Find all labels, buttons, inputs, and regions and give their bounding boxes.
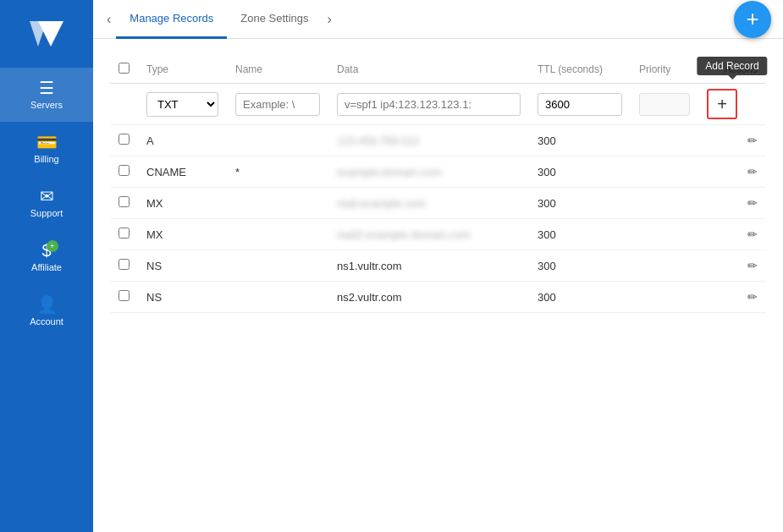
row-ttl-0: 300	[529, 125, 631, 156]
row-ttl-4: 300	[529, 250, 631, 282]
row-priority-2	[631, 188, 698, 219]
sidebar-item-servers[interactable]: ☰ Servers	[0, 68, 93, 122]
row-checkbox-4[interactable]	[119, 259, 130, 270]
row-checkbox-2[interactable]	[119, 196, 130, 207]
add-record-input-row: TXT A AAAA CNAME MX NS SRV	[110, 84, 766, 125]
sidebar-label-billing: Billing	[34, 154, 58, 164]
billing-icon: 💳	[36, 134, 58, 151]
row-ttl-1: 300	[529, 156, 631, 188]
row-priority-4	[631, 250, 698, 282]
header-priority: Priority	[631, 56, 698, 84]
row-checkbox-5[interactable]	[119, 290, 130, 301]
sidebar-label-servers: Servers	[30, 100, 63, 110]
name-input[interactable]	[235, 93, 320, 116]
row-type-4: NS	[138, 250, 227, 282]
table-header-row: Type Name Data TTL (seconds) Priority Ac…	[110, 56, 766, 84]
row-name-1: *	[227, 156, 328, 188]
tab-manage-records[interactable]: Manage Records	[116, 0, 227, 39]
sidebar-label-affiliate: Affiliate	[31, 262, 62, 272]
row-data-5: ns2.vultr.com	[328, 282, 529, 313]
row-checkbox-0[interactable]	[119, 134, 130, 145]
header-data: Data	[328, 56, 529, 84]
row-ttl-2: 300	[529, 188, 631, 219]
row-data-3: mail2.example.domain.com	[328, 219, 529, 250]
sidebar-item-billing[interactable]: 💳 Billing	[0, 122, 93, 176]
records-table-area: Type Name Data TTL (seconds) Priority Ac…	[93, 39, 783, 532]
row-priority-3	[631, 219, 698, 250]
tab-prev-button[interactable]: ‹	[102, 12, 116, 27]
sidebar: ☰ Servers 💳 Billing ✉ Support $ + Affili…	[0, 0, 93, 532]
row-priority-1	[631, 156, 698, 188]
row-name-5	[227, 282, 328, 313]
edit-icon-1[interactable]: ✏	[747, 165, 758, 178]
header-type: Type	[138, 56, 227, 84]
add-record-fab[interactable]: +	[734, 1, 771, 38]
add-record-button[interactable]: +	[707, 89, 737, 119]
row-type-0: A	[138, 125, 227, 156]
row-name-3	[227, 219, 328, 250]
row-data-0: 123.456.789.012	[328, 125, 529, 156]
header-ttl: TTL (seconds)	[529, 56, 631, 84]
row-ttl-3: 300	[529, 219, 631, 250]
table-row: MX mail.example.com 300 ✏	[110, 188, 766, 219]
row-name-4	[227, 250, 328, 282]
row-name-0	[227, 125, 328, 156]
account-icon: 👤	[36, 296, 58, 313]
header-checkbox-cell	[110, 56, 138, 84]
table-row: A 123.456.789.012 300 ✏	[110, 125, 766, 156]
servers-icon: ☰	[39, 80, 54, 96]
add-record-tooltip: Add Record	[697, 57, 767, 75]
support-icon: ✉	[40, 188, 54, 205]
row-ttl-5: 300	[529, 282, 631, 313]
affiliate-badge: +	[47, 240, 58, 252]
sidebar-label-account: Account	[30, 316, 63, 326]
header-name: Name	[227, 56, 328, 84]
ttl-input[interactable]	[538, 93, 622, 116]
edit-icon-2[interactable]: ✏	[747, 196, 758, 210]
priority-input[interactable]	[639, 93, 690, 116]
row-data-2: mail.example.com	[328, 188, 529, 219]
edit-icon-0[interactable]: ✏	[747, 134, 758, 147]
row-priority-5	[631, 282, 698, 313]
row-priority-0	[631, 125, 698, 156]
select-all-checkbox[interactable]	[119, 63, 130, 74]
sidebar-item-affiliate[interactable]: $ + Affiliate	[0, 230, 93, 284]
row-checkbox-1[interactable]	[119, 165, 130, 176]
edit-icon-3[interactable]: ✏	[747, 228, 758, 241]
logo	[21, 8, 72, 59]
sidebar-item-support[interactable]: ✉ Support	[0, 176, 93, 230]
main-content: ‹ Manage Records Zone Settings › + Type …	[93, 0, 783, 532]
row-type-5: NS	[138, 282, 227, 313]
type-select[interactable]: TXT A AAAA CNAME MX NS SRV	[146, 92, 218, 117]
table-row: MX mail2.example.domain.com 300 ✏	[110, 219, 766, 250]
table-row: NS ns1.vultr.com 300 ✏	[110, 250, 766, 282]
row-type-1: CNAME	[138, 156, 227, 188]
sidebar-label-support: Support	[30, 208, 63, 218]
tab-zone-settings[interactable]: Zone Settings	[227, 0, 322, 39]
table-row: NS ns2.vultr.com 300 ✏	[110, 282, 766, 313]
tab-next-button[interactable]: ›	[323, 12, 337, 27]
row-type-3: MX	[138, 219, 227, 250]
data-input[interactable]	[337, 93, 521, 116]
table-row: CNAME * example.domain.com 300 ✏	[110, 156, 766, 188]
edit-icon-4[interactable]: ✏	[747, 259, 758, 272]
row-data-1: example.domain.com	[328, 156, 529, 188]
records-table: Type Name Data TTL (seconds) Priority Ac…	[110, 56, 766, 313]
row-type-2: MX	[138, 188, 227, 219]
sidebar-item-account[interactable]: 👤 Account	[0, 284, 93, 338]
tabbar: ‹ Manage Records Zone Settings › +	[93, 0, 783, 39]
row-name-2	[227, 188, 328, 219]
row-data-4: ns1.vultr.com	[328, 250, 529, 282]
row-checkbox-3[interactable]	[119, 228, 130, 239]
edit-icon-5[interactable]: ✏	[747, 290, 758, 304]
